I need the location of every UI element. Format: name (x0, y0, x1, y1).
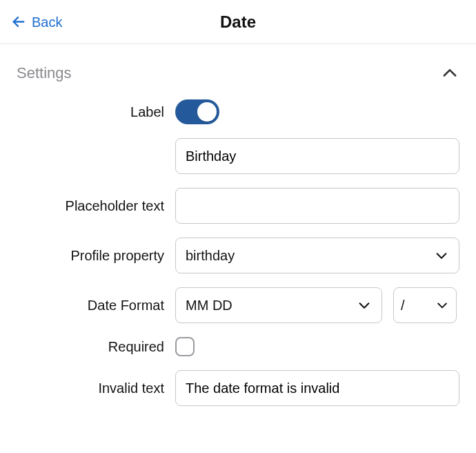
chevron-down-icon (435, 298, 449, 312)
section-title: Settings (17, 64, 72, 82)
date-format-select[interactable]: MM DD (175, 287, 382, 323)
invalid-text-input[interactable] (186, 371, 449, 405)
placeholder-field-label: Placeholder text (17, 198, 175, 214)
date-separator-value: / (401, 298, 405, 314)
collapse-section-button[interactable] (440, 64, 459, 83)
invalid-text-label: Invalid text (17, 380, 175, 396)
arrow-left-icon (11, 15, 26, 30)
date-format-label: Date Format (17, 298, 175, 314)
chevron-down-icon (434, 248, 449, 263)
required-label: Required (17, 339, 175, 355)
page-title: Date (220, 12, 256, 32)
section-header: Settings (0, 44, 476, 88)
label-field-label: Label (17, 104, 175, 120)
profile-property-value: birthday (186, 248, 235, 264)
date-separator-select[interactable]: / (393, 287, 457, 323)
placeholder-input[interactable] (186, 189, 449, 223)
required-checkbox[interactable] (175, 337, 195, 356)
toggle-knob (197, 102, 217, 122)
date-format-value: MM DD (186, 298, 232, 314)
back-label: Back (32, 14, 62, 30)
chevron-up-icon (440, 64, 459, 83)
label-input[interactable] (186, 139, 449, 173)
placeholder-input-wrapper (175, 188, 459, 224)
profile-property-select[interactable]: birthday (175, 238, 459, 273)
label-toggle[interactable] (175, 99, 219, 124)
label-input-wrapper (175, 138, 459, 174)
page-header: Back Date (0, 0, 476, 44)
chevron-down-icon (357, 298, 372, 313)
profile-property-label: Profile property (17, 248, 175, 264)
back-button[interactable]: Back (11, 14, 62, 30)
invalid-text-input-wrapper (175, 370, 459, 406)
settings-form: Label Placeholder text Profile property … (0, 88, 476, 423)
